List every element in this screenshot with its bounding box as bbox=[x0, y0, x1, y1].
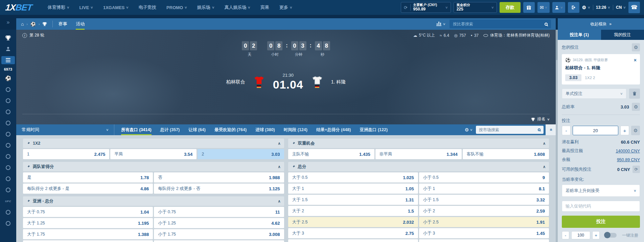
scrollbar-thumb[interactable] bbox=[556, 30, 557, 60]
collapse-module-button[interactable]: 收起模块 » bbox=[558, 18, 644, 30]
topnav-menu-item[interactable]: 1XGAMES∨ bbox=[103, 5, 129, 10]
quick-stake-increase-button[interactable]: + bbox=[592, 231, 600, 239]
home-icon[interactable]: ⌂ bbox=[21, 21, 24, 27]
topnav-menu-item[interactable]: 真人娱乐场∨ bbox=[224, 4, 250, 10]
tab-my-bets[interactable]: 我的投注 bbox=[601, 30, 644, 40]
ranking-toggle[interactable]: 排名 ∨ bbox=[531, 116, 550, 122]
remove-bet-button[interactable]: × bbox=[634, 58, 637, 63]
main-account-selector[interactable]: ⟳ 主要帐户 (CNY) 950.89 ∨ bbox=[401, 2, 451, 13]
stake-settings-button[interactable]: ⚙ bbox=[631, 126, 640, 135]
favorite-leagues-icon[interactable] bbox=[1, 34, 15, 42]
odd-cell[interactable]: 大于 2.25 bbox=[23, 240, 153, 242]
sport-boxing-icon[interactable] bbox=[1, 164, 15, 172]
topnav-menu-item[interactable]: 更多∨ bbox=[279, 4, 292, 10]
odd-cell[interactable]: 小于 1.53.32 bbox=[419, 195, 549, 205]
brand-logo[interactable]: 1XBET bbox=[5, 2, 32, 13]
place-bet-button[interactable]: 投注 bbox=[562, 216, 640, 228]
sport-volleyball-icon[interactable] bbox=[1, 108, 15, 116]
sport-billiards-icon[interactable] bbox=[1, 219, 15, 227]
chevron-up-icon[interactable]: ∧ bbox=[543, 165, 546, 169]
odds-change-select[interactable]: 若赔率上升则接受 ∨ bbox=[562, 185, 640, 197]
market-tab[interactable]: 时间段 (124) bbox=[284, 124, 307, 135]
odd-cell[interactable]: 非平局1.344 bbox=[375, 149, 462, 159]
quick-stake-input[interactable] bbox=[571, 231, 590, 239]
sport-greyhound-racing-icon[interactable] bbox=[1, 130, 15, 138]
odd-cell[interactable]: 小于 2.25 bbox=[154, 240, 284, 242]
odd-cell[interactable]: 小于 2.51.91 bbox=[419, 217, 549, 227]
topnav-menu-item[interactable]: 宾果 bbox=[260, 4, 269, 10]
sport-darts-icon[interactable] bbox=[1, 152, 15, 161]
odd-cell[interactable]: 否1.988 bbox=[154, 172, 284, 183]
odds-settings-button[interactable]: ⚙ bbox=[632, 103, 640, 111]
odd-cell[interactable]: 小于 3.51.3 bbox=[419, 239, 549, 242]
market-section-header[interactable]: 双重机会∧ bbox=[288, 139, 549, 148]
pin-icon[interactable] bbox=[292, 142, 295, 145]
sport-football-icon[interactable]: ⚽ bbox=[1, 74, 15, 82]
odd-cell[interactable]: 大于 0.751.04 bbox=[23, 207, 153, 217]
language-selector[interactable]: CN∨ bbox=[616, 5, 626, 10]
sport-basketball-icon[interactable] bbox=[1, 97, 15, 105]
market-section-header[interactable]: 1X2∧ bbox=[23, 139, 284, 148]
odd-cell[interactable]: 平局3.54 bbox=[110, 149, 197, 159]
subnav-tab[interactable]: 赛事 bbox=[58, 18, 67, 30]
collapse-all-markets-button[interactable]: » bbox=[546, 124, 556, 135]
odd-cell[interactable]: 小于 0.7511 bbox=[154, 207, 284, 217]
deposit-button[interactable]: 存款 bbox=[500, 2, 521, 13]
sport-ice-hockey-icon[interactable] bbox=[1, 119, 15, 127]
odd-cell[interactable]: 小于 22.59 bbox=[419, 206, 549, 216]
stake-increase-button[interactable]: + bbox=[620, 126, 629, 135]
quick-stake-decrease-button[interactable]: - bbox=[562, 231, 569, 239]
topnav-menu-item[interactable]: PROMO∨ bbox=[166, 5, 187, 10]
pin-icon[interactable] bbox=[26, 165, 30, 169]
odd-cell[interactable]: 大于 32.75 bbox=[288, 228, 418, 238]
market-section-header[interactable]: 总分∧ bbox=[288, 162, 549, 171]
odd-cell[interactable]: 主队不输1.435 bbox=[288, 149, 374, 159]
bet-type-select[interactable]: 单式投注 ∨ bbox=[562, 89, 626, 99]
stake-decrease-button[interactable]: - bbox=[562, 126, 571, 135]
sport-ufc-icon[interactable]: UFC bbox=[1, 197, 15, 205]
market-tab[interactable]: 进球 (380) bbox=[255, 124, 275, 135]
scrollbar[interactable] bbox=[556, 30, 558, 242]
odd-cell[interactable]: 是1.78 bbox=[23, 172, 153, 183]
pin-icon[interactable] bbox=[26, 142, 30, 145]
odd-cell[interactable]: 大于 1.251.195 bbox=[23, 218, 153, 228]
market-tab[interactable]: 亚洲盘口 (122) bbox=[360, 124, 388, 135]
statistics-icon[interactable] bbox=[436, 22, 441, 26]
topnav-menu-item[interactable]: LIVE∨ bbox=[79, 5, 93, 10]
period-selector[interactable]: 常规时间 ∨ bbox=[16, 124, 114, 135]
quick-bet-toggle[interactable] bbox=[604, 233, 617, 238]
sport-tennis-icon[interactable] bbox=[1, 86, 15, 94]
sports-menu-icon[interactable] bbox=[1, 56, 15, 64]
refresh-balance-icon[interactable]: ⟳ bbox=[404, 4, 411, 11]
promo-code-input[interactable] bbox=[562, 201, 640, 212]
bet-odd-chip[interactable]: 3.03 bbox=[565, 74, 581, 81]
odd-cell[interactable]: 12.475 bbox=[23, 149, 109, 159]
market-tab[interactable]: 最受欢迎的 (764) bbox=[214, 124, 247, 135]
market-tab[interactable]: 结果+总得分 (448) bbox=[316, 124, 351, 135]
search-icon[interactable] bbox=[538, 128, 540, 131]
match-search-input[interactable] bbox=[453, 22, 542, 26]
phone-support-button[interactable]: ☎ bbox=[628, 2, 640, 13]
bonus-points-selector[interactable]: 奖金积分 225 ∨ bbox=[454, 2, 497, 13]
chevron-up-icon[interactable]: ∧ bbox=[278, 199, 280, 203]
odd-cell[interactable]: 大于 2.52.032 bbox=[288, 217, 418, 227]
messages-button[interactable]: ✉∨ bbox=[537, 2, 550, 13]
odd-cell[interactable]: 大于 21.5 bbox=[288, 206, 418, 216]
odd-cell[interactable]: 小于 0.59 bbox=[419, 172, 549, 183]
sport-motor-racing-icon[interactable] bbox=[1, 175, 15, 183]
tab-betslip[interactable]: 投注单 (1) bbox=[558, 30, 601, 40]
odd-cell[interactable]: 客队不输1.608 bbox=[463, 149, 549, 159]
market-tab[interactable]: 让球 (64) bbox=[188, 124, 206, 135]
football-icon[interactable]: ⚽ bbox=[30, 22, 36, 27]
odd-cell[interactable]: 大于 11.05 bbox=[288, 184, 418, 194]
pin-icon[interactable] bbox=[26, 199, 30, 203]
odd-cell[interactable]: 大于 1.51.31 bbox=[288, 195, 418, 205]
clear-betslip-button[interactable] bbox=[629, 89, 640, 99]
odd-cell[interactable]: 大于 3.53.4 bbox=[288, 239, 418, 242]
topnav-menu-item[interactable]: 体育博彩∨ bbox=[48, 4, 69, 10]
odd-cell[interactable]: 小于 18.1 bbox=[419, 184, 549, 194]
odd-cell[interactable]: 小于 31.45 bbox=[419, 228, 549, 238]
one-click-register-link[interactable]: 一键注册 bbox=[622, 233, 638, 238]
sport-esports-icon[interactable] bbox=[1, 186, 15, 194]
settings-menu[interactable]: ⚙∨ bbox=[582, 5, 590, 10]
